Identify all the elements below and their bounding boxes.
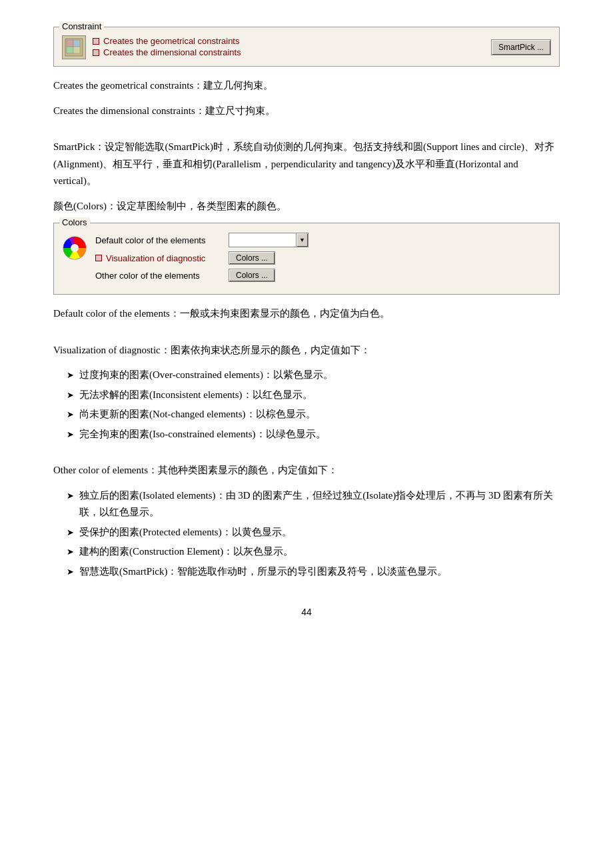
page-number: 44 [53, 607, 560, 617]
colors-visualization-label: Visualization of diagnostic [95, 253, 229, 263]
bullet-arrow-3: ➤ [67, 407, 74, 422]
bullet-isolated: ➤ 独立后的图素(Isolated elements)：由 3D 的图素产生，但… [67, 487, 560, 521]
bullet-text-6: 受保护的图素(Protected elements)：以黄色显示。 [79, 524, 292, 541]
other-color-desc: Other color of elements：其他种类图素显示的颜色，内定值如… [53, 462, 560, 479]
bullet-iso-constrained: ➤ 完全拘束的图素(Iso-constrained elements)：以绿色显… [67, 426, 560, 443]
checkbox-geometrical[interactable] [93, 38, 99, 45]
svg-rect-2 [73, 40, 80, 47]
bullet-over-constrained: ➤ 过度拘束的图素(Over-constrained elements)：以紫色… [67, 367, 560, 384]
colors-dropdown-arrow[interactable]: ▼ [296, 233, 308, 247]
constraint-dim-label: Creates the dimensional constraints：建立尺寸… [53, 105, 275, 116]
page-content: Constraint Creates the geometrical const… [53, 27, 560, 617]
colors-row-visualization: Visualization of diagnostic Colors ... [95, 251, 551, 265]
bullet-inconsistent: ➤ 无法求解的图素(Inconsistent elements)：以红色显示。 [67, 387, 560, 404]
visualization-desc: Visualization of diagnostic：图素依拘束状态所显示的颜… [53, 342, 560, 359]
bullet-arrow-8: ➤ [67, 565, 74, 579]
bullet-text-7: 建构的图素(Construction Element)：以灰色显示。 [79, 543, 293, 561]
constraint-label-1: Creates the geometrical constraints [103, 36, 239, 46]
svg-rect-1 [67, 40, 73, 47]
bullet-smartpick: ➤ 智慧选取(SmartPick)：智能选取作动时，所显示的导引图素及符号，以淡… [67, 563, 560, 581]
bullet-text-4: 完全拘束的图素(Iso-constrained elements)：以绿色显示。 [79, 426, 326, 443]
colors-default-input[interactable]: ▼ [229, 233, 308, 247]
checkbox-dimensional[interactable] [93, 49, 99, 56]
constraint-item-2: Creates the dimensional constraints [93, 47, 486, 57]
colors-box-title: Colors [59, 217, 90, 227]
bullet-arrow-6: ➤ [67, 525, 74, 540]
colors-rows: Default color of the elements ▼ Visualiz… [95, 233, 551, 286]
constraint-geo-label: Creates the geometrical constraints：建立几何… [53, 80, 273, 91]
color-wheel-icon [62, 235, 87, 261]
bullet-arrow-4: ➤ [67, 427, 74, 442]
bullet-construction: ➤ 建构的图素(Construction Element)：以灰色显示。 [67, 543, 560, 561]
other-color-bullets: ➤ 独立后的图素(Isolated elements)：由 3D 的图素产生，但… [67, 487, 560, 581]
bullet-text-1: 过度拘束的图素(Over-constrained elements)：以紫色显示… [79, 367, 333, 384]
svg-rect-4 [73, 47, 80, 53]
visualization-bullets: ➤ 过度拘束的图素(Over-constrained elements)：以紫色… [67, 367, 560, 443]
constraint-geo-desc: Creates the geometrical constraints：建立几何… [53, 77, 560, 95]
bullet-arrow-7: ➤ [67, 545, 74, 559]
bullet-protected: ➤ 受保护的图素(Protected elements)：以黄色显示。 [67, 524, 560, 541]
svg-point-6 [71, 244, 79, 252]
bullet-text-2: 无法求解的图素(Inconsistent elements)：以红色显示。 [79, 387, 312, 404]
svg-rect-3 [67, 47, 73, 53]
colors-intro: 颜色(Colors)：设定草图绘制中，各类型图素的颜色。 [53, 198, 560, 215]
colors-box: Colors Default color o [53, 223, 560, 295]
default-color-desc: Default color of the elements：一般或未拘束图素显示… [53, 305, 560, 323]
constraint-box-title: Constraint [59, 21, 104, 31]
constraint-item-1: Creates the geometrical constraints [93, 36, 486, 46]
smartpick-button[interactable]: SmartPick ... [491, 39, 551, 55]
colors-other-label: Other color of the elements [95, 271, 229, 281]
bullet-text-5: 独立后的图素(Isolated elements)：由 3D 的图素产生，但经过… [79, 487, 560, 521]
bullet-text-3: 尚未更新的图素(Not-changed elements)：以棕色显示。 [79, 406, 316, 423]
bullet-arrow-5: ➤ [67, 489, 74, 503]
constraint-box: Constraint Creates the geometrical const… [53, 27, 560, 67]
smartpick-para: SmartPick：设定智能选取(SmartPick)时，系统自动侦测的几何拘束… [53, 139, 560, 190]
bullet-text-8: 智慧选取(SmartPick)：智能选取作动时，所显示的导引图素及符号，以淡蓝色… [79, 563, 448, 581]
colors-visualization-button[interactable]: Colors ... [229, 251, 275, 265]
constraint-items: Creates the geometrical constraints Crea… [93, 36, 486, 59]
constraint-icon [62, 35, 86, 59]
colors-row-other: Other color of the elements Colors ... [95, 269, 551, 282]
colors-other-button[interactable]: Colors ... [229, 269, 275, 282]
colors-default-label: Default color of the elements [95, 235, 229, 245]
bullet-arrow-1: ➤ [67, 368, 74, 383]
bullet-arrow-2: ➤ [67, 388, 74, 403]
colors-row-default: Default color of the elements ▼ [95, 233, 551, 247]
constraint-label-2: Creates the dimensional constraints [103, 47, 241, 57]
constraint-dim-desc: Creates the dimensional constraints：建立尺寸… [53, 103, 560, 120]
bullet-not-changed: ➤ 尚未更新的图素(Not-changed elements)：以棕色显示。 [67, 406, 560, 423]
checkbox-visualization[interactable] [95, 255, 102, 261]
